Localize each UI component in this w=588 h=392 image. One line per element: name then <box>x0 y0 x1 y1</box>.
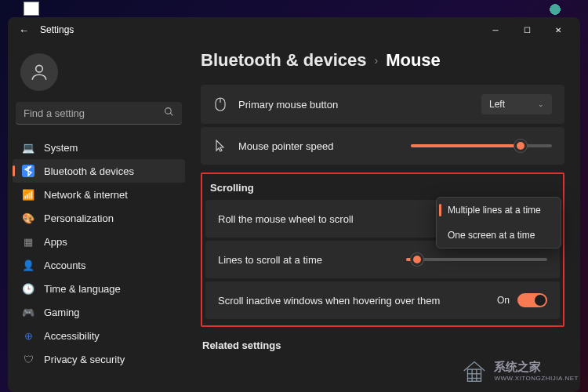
setting-label: Scroll inactive windows when hovering ov… <box>218 295 486 307</box>
toggle-state-text: On <box>497 295 510 306</box>
chevron-right-icon: › <box>374 54 378 67</box>
nav-icon <box>22 165 34 177</box>
svg-line-2 <box>170 113 172 115</box>
close-button[interactable]: ✕ <box>543 19 574 41</box>
nav-icon: 🎨 <box>22 212 34 224</box>
nav-icon: 🕒 <box>22 282 34 295</box>
search-placeholder: Find a setting <box>24 107 85 119</box>
nav-label: Accessibility <box>44 330 100 342</box>
search-input[interactable]: Find a setting <box>16 102 182 125</box>
nav-label: Accounts <box>44 260 85 271</box>
back-button[interactable]: ← <box>19 24 29 36</box>
cursor-icon <box>213 139 227 153</box>
nav-icon: ⊕ <box>22 329 34 342</box>
setting-label: Lines to scroll at a time <box>218 254 395 266</box>
watermark-logo-icon <box>459 356 489 386</box>
nav-label: Network & internet <box>44 189 128 201</box>
roll-wheel-flyout: Multiple lines at a time One screen at a… <box>436 197 561 249</box>
nav-icon: 🛡 <box>22 353 34 365</box>
search-icon <box>164 107 174 119</box>
mouse-icon <box>213 97 227 111</box>
nav-label: Apps <box>44 236 67 248</box>
breadcrumb-current: Mouse <box>386 50 441 71</box>
nav-icon: 💻 <box>22 141 34 154</box>
section-heading: Related settings <box>201 336 564 358</box>
watermark: 系统之家 WWW.XITONGZHIJIA.NET <box>459 356 579 386</box>
sidebar-item-accessibility[interactable]: ⊕Accessibility <box>13 324 185 347</box>
desktop-shortcut-icon <box>24 2 39 16</box>
person-icon <box>29 62 49 82</box>
svg-point-1 <box>165 108 172 114</box>
inactive-hover-toggle[interactable] <box>517 293 547 307</box>
nav-label: Personalization <box>44 212 114 224</box>
breadcrumb-parent[interactable]: Bluetooth & devices <box>201 50 366 71</box>
sidebar-item-gaming[interactable]: 🎮Gaming <box>13 300 185 324</box>
setting-label: Primary mouse button <box>238 99 470 111</box>
sidebar: Find a setting 💻SystemBluetooth & device… <box>8 42 190 392</box>
setting-pointer-speed: Mouse pointer speed <box>201 127 564 165</box>
sidebar-item-time-language[interactable]: 🕒Time & language <box>13 277 185 300</box>
sidebar-item-personalization[interactable]: 🎨Personalization <box>13 206 185 230</box>
user-avatar[interactable] <box>20 53 58 91</box>
nav-label: Bluetooth & devices <box>44 165 134 177</box>
breadcrumb: Bluetooth & devices › Mouse <box>201 50 564 71</box>
scrolling-section: Scrolling Roll the mouse wheel to scroll… <box>201 172 564 327</box>
nav-icon: 🎮 <box>22 306 34 318</box>
sidebar-item-network-internet[interactable]: 📶Network & internet <box>13 183 185 206</box>
maximize-button[interactable]: ☐ <box>511 19 543 41</box>
svg-rect-5 <box>468 369 481 381</box>
setting-inactive-hover: Scroll inactive windows when hovering ov… <box>205 281 560 319</box>
main-panel: Bluetooth & devices › Mouse Primary mous… <box>190 42 580 392</box>
desktop-edge-icon <box>546 0 564 19</box>
nav-label: Time & language <box>44 283 121 295</box>
nav-icon: 📶 <box>22 188 34 201</box>
nav-icon: ▦ <box>22 235 34 248</box>
sidebar-item-accounts[interactable]: 👤Accounts <box>13 253 185 277</box>
primary-button-dropdown[interactable]: Left ⌄ <box>481 94 552 114</box>
svg-point-0 <box>36 65 43 72</box>
related-section: Related settings <box>201 336 564 358</box>
nav-label: System <box>44 142 78 154</box>
pointer-speed-slider[interactable] <box>411 144 552 147</box>
lines-scroll-slider[interactable] <box>406 258 547 261</box>
sidebar-item-bluetooth-devices[interactable]: Bluetooth & devices <box>13 159 185 183</box>
titlebar: ← Settings ─ ☐ ✕ <box>8 17 580 42</box>
flyout-option-one-screen[interactable]: One screen at a time <box>437 223 561 248</box>
settings-window: ← Settings ─ ☐ ✕ Find a setting <box>8 17 580 392</box>
minimize-button[interactable]: ─ <box>480 19 511 41</box>
setting-roll-wheel: Roll the mouse wheel to scroll Multiple … <box>205 200 560 238</box>
sidebar-item-privacy-security[interactable]: 🛡Privacy & security <box>13 347 185 371</box>
sidebar-item-apps[interactable]: ▦Apps <box>13 230 185 253</box>
chevron-down-icon: ⌄ <box>538 100 544 108</box>
nav-label: Gaming <box>44 307 80 318</box>
nav-label: Privacy & security <box>44 354 125 365</box>
nav-icon: 👤 <box>22 259 34 271</box>
setting-label: Mouse pointer speed <box>238 140 400 152</box>
sidebar-item-system[interactable]: 💻System <box>13 136 185 159</box>
flyout-option-multiple-lines[interactable]: Multiple lines at a time <box>437 198 561 223</box>
setting-primary-button: Primary mouse button Left ⌄ <box>201 85 564 124</box>
app-title: Settings <box>40 24 74 35</box>
